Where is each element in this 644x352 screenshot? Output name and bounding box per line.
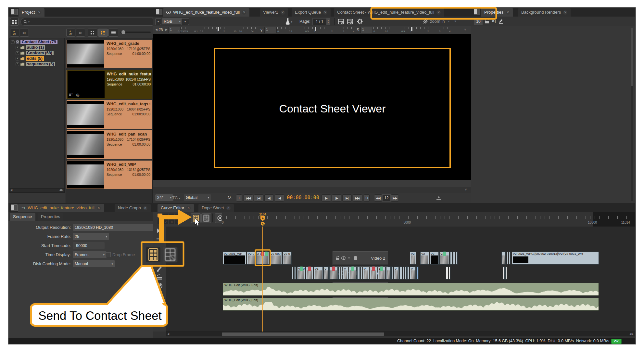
range-select[interactable]: Global▾	[184, 194, 211, 201]
tab-dope-sheet[interactable]: Dope Sheet×	[198, 204, 234, 212]
flask-caret[interactable]: ▾	[291, 20, 292, 23]
goto-start-button[interactable]: |◀◀	[244, 194, 253, 202]
video1-clip[interactable]	[449, 267, 450, 280]
edit-pencil-icon[interactable]	[499, 18, 503, 24]
close-icon[interactable]: ×	[37, 10, 41, 15]
tree-item-edits[interactable]: + edits (5)	[16, 56, 44, 61]
video1-clip[interactable]	[306, 267, 313, 280]
close-icon[interactable]: ×	[143, 206, 147, 210]
video1-clip[interactable]: V	[363, 267, 369, 280]
scroll-arrows-icon[interactable]: ◀▶	[59, 189, 64, 191]
bin-item[interactable]: WHG_edit_grade 1920x10801710f @25FPS Seq…	[67, 40, 152, 68]
bin-sort-order-button[interactable]: ≡↑	[76, 29, 85, 37]
video2-clip[interactable]	[456, 252, 458, 265]
tab-contact-sheet[interactable]: Contact Sheet - WHG_edit_nuke_feature_vi…	[334, 8, 444, 17]
mix-viewer-button[interactable]	[201, 213, 211, 223]
close-icon[interactable]: ×	[281, 10, 285, 15]
settings-button[interactable]	[356, 18, 364, 25]
saturation-slider[interactable]: 00.10.51234	[373, 26, 451, 33]
view-preset[interactable]: 2	[163, 214, 168, 218]
red-tag-icon[interactable]	[372, 267, 375, 271]
viewer-layer-caret-button[interactable]: ▾	[155, 18, 161, 25]
close-icon[interactable]: ×	[242, 10, 246, 15]
view-preset[interactable]: 7	[163, 219, 168, 224]
close-icon[interactable]: ×	[97, 206, 101, 210]
tc-mode-select[interactable]: TC ▾	[172, 195, 180, 200]
next-edit-button[interactable]: ▶|	[342, 194, 352, 202]
collapse-icon[interactable]: −	[11, 40, 15, 44]
contact-sheet-cols-button[interactable]	[346, 18, 354, 25]
pane-control-icon[interactable]	[156, 9, 162, 15]
green-tag-icon[interactable]	[300, 267, 303, 271]
video1-clip[interactable]	[294, 267, 296, 280]
drop-frame-checkbox[interactable]	[106, 252, 111, 257]
tab-timeline-sequence[interactable]: ≡+ WHG_edit_nuke_feature_video_full×	[18, 204, 104, 212]
video2-clip[interactable]	[509, 252, 511, 265]
video1-clip[interactable]	[360, 267, 362, 280]
tab-viewer-sequence[interactable]: WHG_edit_nuke_feature_video_full×	[163, 8, 249, 17]
video2-clip[interactable]: V2-0	[283, 252, 292, 265]
slider-knob[interactable]	[121, 30, 125, 34]
green-tag-icon[interactable]	[351, 267, 354, 271]
video1-clip[interactable]	[338, 267, 340, 280]
pane-control-icon[interactable]	[474, 9, 480, 15]
play-forward-button[interactable]: ▶	[322, 194, 331, 202]
video1-clip[interactable]	[446, 267, 448, 280]
video2-clip[interactable]: V2-0	[247, 252, 256, 265]
set-out-button[interactable]: O	[364, 194, 370, 202]
timeline-horizontal-scrollbar[interactable]: ◀ ◀▶	[166, 332, 635, 336]
green-tag-icon[interactable]	[443, 252, 446, 256]
video2-clip[interactable]: V2-000	[270, 252, 282, 265]
view-preset[interactable]: 5	[181, 214, 186, 218]
tree-sort-order-button[interactable]: ≡↑	[20, 29, 29, 37]
video2-clip[interactable]: V2	[430, 252, 439, 265]
send-to-contact-sheet-button[interactable]	[191, 213, 201, 223]
expand-icon[interactable]: +	[16, 46, 19, 49]
search-filter-caret[interactable]: ▾	[28, 20, 30, 23]
view-preset[interactable]: 6	[158, 219, 162, 224]
bin-sort-az-button[interactable]: AZ▾	[66, 29, 75, 37]
view-preset[interactable]: 1	[158, 214, 162, 218]
video1-clip[interactable]: V	[394, 267, 399, 280]
close-icon[interactable]: ×	[186, 206, 191, 210]
zoom-mode-icon[interactable]	[423, 19, 428, 24]
exposure-slider[interactable]: 0.0156250.10.212102064	[181, 26, 259, 33]
tree-item-audio[interactable]: + audio (1)	[16, 45, 45, 50]
contact-sheet-rows-button[interactable]	[337, 18, 345, 25]
timecode-display[interactable]: 00:00:00:00	[286, 194, 320, 201]
scroll-left-icon[interactable]: ◀	[167, 332, 169, 335]
bin-view-thumbnails-button[interactable]	[88, 29, 97, 37]
slip-tool-icon[interactable]	[156, 236, 163, 241]
close-icon[interactable]: ×	[323, 10, 327, 15]
prev-edit-button[interactable]: |◀	[254, 194, 263, 202]
video1-clip[interactable]: 1	[378, 267, 385, 280]
video1-clip[interactable]	[503, 267, 505, 280]
video1-clip[interactable]: V1-	[314, 267, 323, 280]
close-icon[interactable]: ×	[506, 10, 510, 15]
step-forward-button[interactable]: |▶	[332, 194, 341, 202]
video1-clip[interactable]	[403, 267, 404, 280]
view-preset[interactable]: 3	[169, 214, 174, 218]
red-tag-icon[interactable]	[332, 267, 335, 271]
close-all-panels-icon[interactable]: ✕|	[491, 19, 496, 23]
start-timecode-input[interactable]: 90000	[73, 242, 105, 249]
video1-clip[interactable]: V	[343, 267, 348, 280]
saturation-input[interactable]: 1	[360, 27, 373, 33]
expand-icon[interactable]: +	[16, 57, 19, 60]
video1-clip[interactable]	[357, 267, 360, 280]
red-tag-icon[interactable]	[308, 267, 311, 271]
green-tag-icon[interactable]	[265, 252, 268, 256]
ripple-tool-icon[interactable]	[156, 274, 163, 280]
video2-clip[interactable]	[501, 252, 506, 265]
collapse-chevrons-icon[interactable]: »	[463, 29, 467, 31]
video1-clip[interactable]	[399, 267, 402, 280]
video1-clip[interactable]	[329, 267, 338, 280]
zoom-level-label[interactable]: zoom in	[430, 19, 445, 24]
video1-clip[interactable]	[349, 267, 357, 280]
video1-clip[interactable]: V	[410, 267, 416, 280]
expand-icon[interactable]: +	[16, 51, 19, 55]
bin-item[interactable]: WHG_edit_nuke_tags test 1920x10801606f @…	[67, 100, 152, 129]
pane-control-icon[interactable]	[11, 9, 18, 15]
tab-background-renders[interactable]: Background Renders×	[518, 8, 571, 17]
video1-clip[interactable]: V	[323, 267, 329, 280]
